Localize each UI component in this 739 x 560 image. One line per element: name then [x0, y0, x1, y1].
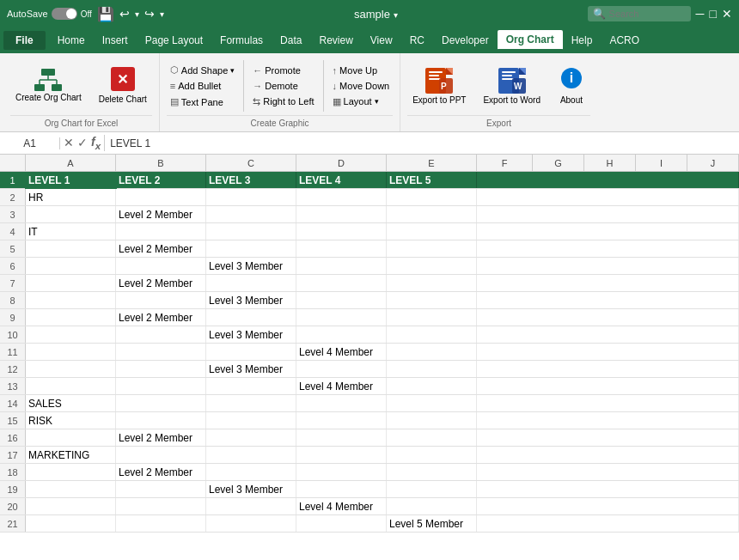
menu-page-layout[interactable]: Page Layout — [137, 31, 211, 50]
row-number[interactable]: 1 — [0, 172, 26, 188]
formula-input[interactable]: LEVEL 1 — [105, 137, 739, 149]
export-word-button[interactable]: W Export to Word — [478, 63, 546, 109]
add-shape-dropdown[interactable]: ▾ — [230, 66, 235, 75]
cell[interactable] — [296, 309, 387, 326]
row-number[interactable]: 20 — [0, 498, 26, 514]
cell[interactable] — [296, 429, 387, 446]
cell[interactable] — [26, 464, 116, 480]
cell[interactable]: LEVEL 3 — [206, 172, 296, 188]
undo-dropdown-icon[interactable]: ▾ — [135, 9, 139, 19]
layout-button[interactable]: ▦ Layout ▾ — [329, 94, 394, 109]
title-dropdown[interactable]: ▾ — [394, 10, 398, 20]
cell[interactable] — [26, 481, 116, 497]
cell[interactable] — [206, 344, 296, 360]
cell[interactable] — [206, 206, 296, 222]
row-number[interactable]: 13 — [0, 378, 26, 394]
cell[interactable] — [387, 223, 477, 240]
cell[interactable] — [116, 395, 206, 411]
cell[interactable] — [116, 292, 206, 308]
cell[interactable]: Level 2 Member — [116, 206, 206, 222]
menu-acro[interactable]: ACRO — [601, 31, 648, 50]
cell[interactable] — [206, 378, 296, 394]
move-up-button[interactable]: ↑ Move Up — [329, 64, 394, 77]
row-number[interactable]: 11 — [0, 344, 26, 360]
row-number[interactable]: 12 — [0, 361, 26, 377]
cell[interactable] — [206, 309, 296, 326]
cell[interactable] — [387, 258, 477, 274]
cell[interactable] — [296, 361, 387, 377]
cell[interactable] — [387, 429, 477, 446]
cell[interactable] — [26, 206, 116, 222]
cell[interactable]: Level 4 Member — [296, 378, 387, 394]
promote-button[interactable]: ← Promote — [249, 64, 317, 77]
cell[interactable] — [116, 412, 206, 429]
cell[interactable]: HR — [26, 189, 116, 205]
add-shape-button[interactable]: ⬡ Add Shape ▾ — [167, 63, 238, 77]
cell[interactable] — [387, 309, 477, 326]
col-header-d[interactable]: D — [296, 155, 387, 171]
table-row[interactable]: 17MARKETING — [0, 447, 739, 464]
cell[interactable] — [26, 292, 116, 308]
cell[interactable]: SALES — [26, 395, 116, 411]
cell[interactable] — [206, 515, 296, 532]
right-to-left-button[interactable]: ⇆ Right to Left — [249, 94, 317, 109]
menu-view[interactable]: View — [362, 31, 401, 50]
cell[interactable]: Level 2 Member — [116, 240, 206, 257]
cell[interactable]: Level 4 Member — [296, 344, 387, 360]
table-row[interactable]: 16Level 2 Member — [0, 429, 739, 447]
col-header-f[interactable]: F — [477, 155, 533, 171]
table-row[interactable]: 3Level 2 Member — [0, 206, 739, 223]
cell[interactable] — [116, 326, 206, 343]
cell[interactable] — [296, 223, 387, 240]
menu-org-chart[interactable]: Org Chart — [498, 30, 563, 51]
cell[interactable]: RISK — [26, 412, 116, 429]
table-row[interactable]: 20Level 4 Member — [0, 498, 739, 515]
row-number[interactable]: 16 — [0, 429, 26, 446]
row-number[interactable]: 9 — [0, 309, 26, 326]
cell[interactable] — [206, 240, 296, 257]
cell[interactable] — [206, 275, 296, 291]
col-header-h[interactable]: H — [584, 155, 636, 171]
cell[interactable] — [387, 275, 477, 291]
export-ppt-button[interactable]: P Export to PPT — [407, 63, 471, 109]
cell[interactable] — [296, 412, 387, 429]
cell[interactable] — [387, 447, 477, 463]
cell[interactable] — [26, 498, 116, 514]
table-row[interactable]: 15RISK — [0, 412, 739, 429]
table-row[interactable]: 18Level 2 Member — [0, 464, 739, 481]
cell[interactable]: LEVEL 1 — [26, 172, 116, 188]
cell[interactable]: Level 3 Member — [206, 292, 296, 308]
menu-rc[interactable]: RC — [401, 31, 433, 50]
row-number[interactable]: 3 — [0, 206, 26, 222]
cell[interactable]: MARKETING — [26, 447, 116, 463]
table-row[interactable]: 6Level 3 Member — [0, 258, 739, 275]
cell[interactable]: Level 3 Member — [206, 326, 296, 343]
cell[interactable] — [387, 292, 477, 308]
cell[interactable]: Level 2 Member — [116, 275, 206, 291]
cell[interactable] — [206, 223, 296, 240]
demote-button[interactable]: → Demote — [249, 79, 317, 93]
formula-confirm-icon[interactable]: ✓ — [77, 136, 88, 149]
cell[interactable] — [116, 361, 206, 377]
cell[interactable]: IT — [26, 223, 116, 240]
cell[interactable] — [206, 395, 296, 411]
cell[interactable] — [296, 395, 387, 411]
table-row[interactable]: 9Level 2 Member — [0, 309, 739, 326]
menu-developer[interactable]: Developer — [433, 31, 498, 50]
table-row[interactable]: 12Level 3 Member — [0, 361, 739, 378]
cell[interactable] — [26, 361, 116, 377]
table-row[interactable]: 11Level 4 Member — [0, 344, 739, 361]
table-row[interactable]: 8Level 3 Member — [0, 292, 739, 309]
cell[interactable] — [296, 447, 387, 463]
cell-reference[interactable]: A1 — [0, 137, 60, 149]
cell[interactable] — [116, 189, 206, 205]
cell[interactable] — [26, 258, 116, 274]
cell[interactable]: Level 3 Member — [206, 258, 296, 274]
table-row[interactable]: 21Level 5 Member — [0, 515, 739, 533]
cell[interactable] — [296, 292, 387, 308]
menu-insert[interactable]: Insert — [94, 31, 137, 50]
minimize-btn[interactable]: ─ — [696, 7, 705, 21]
row-number[interactable]: 6 — [0, 258, 26, 274]
cell[interactable] — [206, 189, 296, 205]
cell[interactable] — [296, 258, 387, 274]
